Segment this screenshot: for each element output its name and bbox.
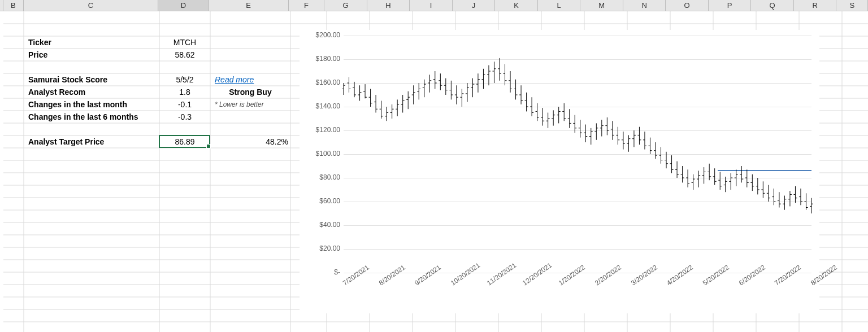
col-header-L[interactable]: L [538,0,581,11]
col-header-K[interactable]: K [495,0,538,11]
value-target[interactable]: 86.89 [159,136,210,148]
value-ticker[interactable]: MTCH [159,36,210,49]
value-recom-text[interactable]: Strong Buy [210,86,290,98]
label-target[interactable]: Analyst Target Price [26,136,106,148]
col-header-R[interactable]: R [794,0,837,11]
value-score[interactable]: 5/5/2 [159,73,210,86]
col-header-I[interactable]: I [410,0,453,11]
stock-chart[interactable]: $- $20.00$40.00$60.00$80.00$100.00$120.0… [300,30,819,313]
column-headers-row: BCDEFGHIJKLMNOPQRS [0,0,868,11]
spreadsheet: BCDEFGHIJKLMNOPQRS Ticker MTCH Price 58.… [0,0,868,332]
label-price[interactable]: Price [26,49,50,61]
col-header-D[interactable]: D [158,0,209,11]
col-header-E[interactable]: E [209,0,289,11]
value-target-pct[interactable]: 48.2% [210,136,290,148]
col-header-H[interactable]: H [367,0,410,11]
col-header-B[interactable]: B [3,0,24,11]
label-score[interactable]: Samurai Stock Score [26,73,110,86]
col-header-O[interactable]: O [666,0,709,11]
col-header-F[interactable]: F [289,0,325,11]
link-read-more[interactable]: Read more [212,73,256,86]
label-recom[interactable]: Analyst Recom [26,86,88,98]
value-chg6m[interactable]: -0.3 [159,111,210,123]
col-header-J[interactable]: J [453,0,496,11]
col-header-M[interactable]: M [580,0,623,11]
value-recom[interactable]: 1.8 [159,86,210,98]
col-header-S[interactable]: S [836,0,868,11]
note-lower-better[interactable]: * Lower is better [212,98,266,111]
label-chg1m[interactable]: Changes in the last month [26,98,129,111]
col-header-N[interactable]: N [623,0,666,11]
value-price[interactable]: 58.62 [159,49,210,61]
label-chg6m[interactable]: Changes in the last 6 months [26,111,140,123]
col-header-G[interactable]: G [324,0,367,11]
col-header-P[interactable]: P [709,0,752,11]
col-header-Q[interactable]: Q [751,0,794,11]
col-header-C[interactable]: C [24,0,158,11]
grid-area[interactable]: Ticker MTCH Price 58.62 Samurai Stock Sc… [3,11,868,332]
label-ticker[interactable]: Ticker [26,36,54,49]
value-chg1m[interactable]: -0.1 [159,98,210,111]
chart-ohlc-plot [300,30,819,313]
